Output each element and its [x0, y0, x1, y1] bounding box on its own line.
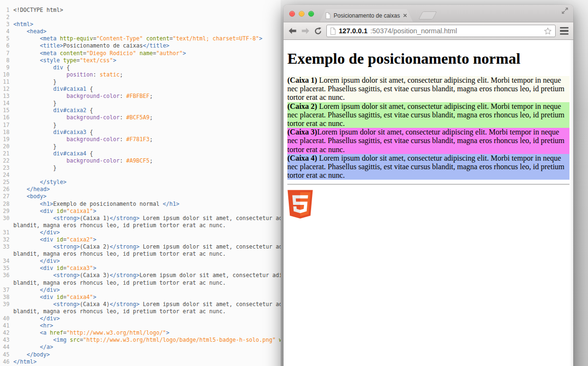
reload-button-icon[interactable] — [314, 27, 322, 35]
line-number — [0, 222, 10, 229]
code-text: div#caixa2 { — [10, 107, 93, 114]
line-number: 13 — [0, 93, 10, 100]
code-text: } — [10, 122, 57, 129]
line-number: 29 — [0, 208, 10, 215]
code-text: <div id="caixa2"> — [10, 236, 97, 243]
box-label: (Caixa 4) — [287, 154, 317, 162]
code-text: <div id="caixa1"> — [10, 208, 97, 215]
code-text: } — [10, 164, 57, 172]
code-text: </style> — [10, 179, 67, 186]
line-number: 19 — [0, 136, 10, 143]
page-heading: Exemplo de posicionamento normal — [287, 50, 569, 67]
line-number: 38 — [0, 294, 10, 301]
line-number: 36 — [0, 272, 10, 279]
code-text: blandit, magna eros rhoncus leo, id pret… — [10, 308, 226, 315]
code-text: </body> — [10, 351, 50, 358]
url-page-icon — [330, 28, 336, 35]
line-number: 10 — [0, 71, 10, 78]
line-number — [0, 308, 10, 315]
line-number: 22 — [0, 157, 10, 164]
code-text — [10, 172, 13, 179]
content-boxes: (Caixa 1) Lorem ipsum dolor sit amet, co… — [287, 76, 569, 180]
line-number: 12 — [0, 86, 10, 93]
line-number: 31 — [0, 229, 10, 236]
line-number: 44 — [0, 344, 10, 351]
code-text: position: static; — [10, 71, 123, 78]
code-text: </head> — [10, 186, 50, 193]
code-text: } — [10, 143, 57, 150]
tab-title: Posicionamento de caixas — [333, 12, 400, 19]
browser-toolbar: 127.0.0.1:50374/position_normal.html — [284, 22, 573, 40]
page-viewport: Exemplo de posicionamento normal (Caixa … — [284, 40, 573, 366]
menu-button[interactable] — [560, 26, 568, 36]
line-number: 1 — [0, 7, 10, 14]
code-text: </html> — [10, 358, 37, 366]
code-text: <img src="http://www.w3.org/html/logo/ba… — [10, 337, 295, 344]
line-number: 2 — [0, 14, 10, 21]
line-number: 23 — [0, 164, 10, 172]
line-number: 18 — [0, 129, 10, 136]
code-text: div#caixa4 { — [10, 150, 93, 157]
url-host: 127.0.0.1 — [339, 27, 367, 35]
content-box-caixa4: (Caixa 4) Lorem ipsum dolor sit amet, co… — [287, 154, 569, 180]
code-text: } — [10, 78, 57, 86]
code-text: <head> — [10, 28, 47, 35]
box-label: (Caixa 3) — [287, 128, 317, 136]
code-text: background-color: #FBFBEF; — [10, 93, 153, 100]
line-number: 32 — [0, 236, 10, 243]
line-number: 21 — [0, 150, 10, 157]
code-text: <a href="http://www.w3.org/html/logo/"> — [10, 329, 169, 337]
line-number: 9 — [0, 64, 10, 71]
content-box-caixa3: (Caixa 3)Lorem ipsum dolor sit amet, con… — [287, 128, 569, 154]
content-box-caixa2: (Caixa 2) Lorem ipsum dolor sit amet, co… — [287, 102, 569, 128]
line-number: 42 — [0, 329, 10, 337]
code-text: background-color: #BCF5A9; — [10, 114, 153, 121]
code-text: <h1>Exemplo de posicionamento normal </h… — [10, 201, 179, 208]
line-number: 14 — [0, 100, 10, 107]
new-tab-button[interactable] — [418, 11, 437, 19]
code-text: <div id="caixa4"> — [10, 294, 97, 301]
line-number: 7 — [0, 50, 10, 57]
browser-tab[interactable]: Posicionamento de caixas — [320, 9, 413, 22]
forward-button-icon[interactable] — [301, 28, 310, 34]
code-text: background-color: #F781F3; — [10, 136, 153, 143]
line-number: 33 — [0, 243, 10, 250]
line-number: 17 — [0, 122, 10, 129]
url-path: :50374/position_normal.html — [370, 27, 541, 35]
code-text: } — [10, 100, 57, 107]
code-text: div#caixa3 { — [10, 129, 93, 136]
line-number: 39 — [0, 301, 10, 308]
address-bar[interactable]: 127.0.0.1:50374/position_normal.html — [326, 25, 556, 37]
code-text: blandit, magna eros rhoncus leo, id pret… — [10, 279, 226, 287]
code-text: </div> — [10, 287, 60, 294]
window-minimize-button[interactable] — [299, 11, 304, 17]
expand-window-icon[interactable] — [561, 7, 568, 16]
back-button-icon[interactable] — [288, 28, 297, 34]
code-text: background-color: #A9BCF5; — [10, 157, 153, 164]
line-number: 41 — [0, 322, 10, 329]
line-number: 8 — [0, 57, 10, 64]
window-close-button[interactable] — [289, 11, 295, 17]
line-number: 25 — [0, 179, 10, 186]
window-zoom-button[interactable] — [308, 11, 314, 17]
code-text: <html> — [10, 21, 33, 28]
tab-close-icon[interactable] — [403, 13, 407, 18]
line-number: 28 — [0, 201, 10, 208]
html5-badge-link[interactable] — [287, 190, 313, 221]
horizontal-rule — [287, 184, 569, 185]
line-number: 6 — [0, 42, 10, 49]
line-number: 34 — [0, 258, 10, 265]
bookmark-star-icon[interactable] — [544, 27, 552, 35]
browser-titlebar[interactable]: Posicionamento de caixas — [284, 5, 573, 22]
line-number: 5 — [0, 35, 10, 42]
line-number — [0, 250, 10, 258]
code-text: <body> — [10, 193, 47, 200]
tab-favicon-page-icon — [325, 12, 331, 19]
line-number: 37 — [0, 287, 10, 294]
line-number: 30 — [0, 215, 10, 222]
line-number: 40 — [0, 315, 10, 322]
code-text: </div> — [10, 315, 60, 322]
code-text: <meta http-equiv="Content-Type" content=… — [10, 35, 263, 42]
line-number: 26 — [0, 186, 10, 193]
window-edge-shade — [569, 40, 573, 366]
